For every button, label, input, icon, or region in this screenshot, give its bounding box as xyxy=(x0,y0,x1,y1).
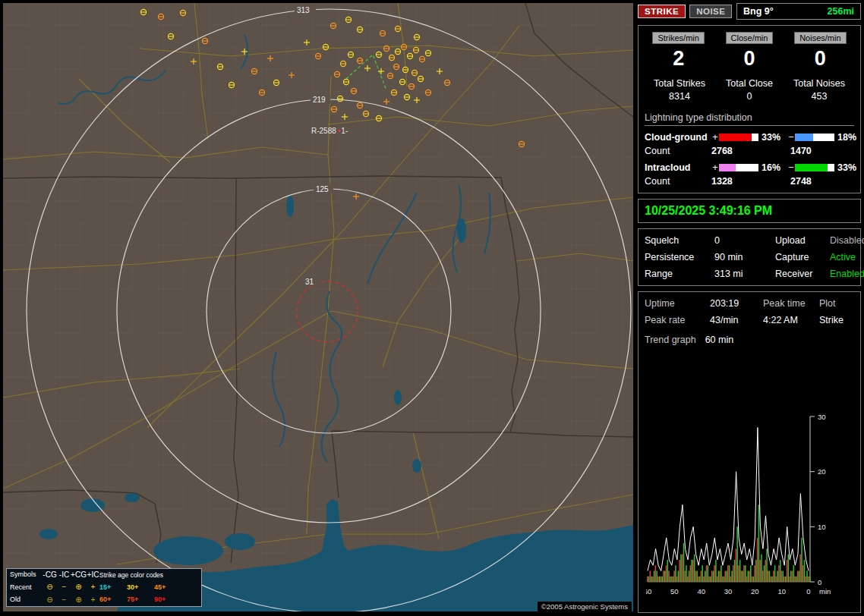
legend-old-label: Old xyxy=(10,595,42,605)
capture-status: Active xyxy=(830,252,864,262)
persistence-value: 90 min xyxy=(714,252,775,262)
total-strikes-value: 8314 xyxy=(645,91,714,102)
minus-sign: − xyxy=(787,132,795,143)
copyright-text: ©2005 Astrogenic Systems xyxy=(538,602,632,611)
age-15: 15+ xyxy=(99,583,127,592)
svg-text:40: 40 xyxy=(697,587,705,596)
persistence-label: Persistence xyxy=(645,252,714,262)
cg-pos-bar xyxy=(719,134,758,141)
age-30: 30+ xyxy=(127,583,154,592)
svg-text:0: 0 xyxy=(806,587,810,596)
total-close-value: 0 xyxy=(714,91,784,102)
minus-sign: − xyxy=(787,162,795,173)
peak-rate-label: Peak rate xyxy=(645,315,710,325)
close-per-min-value: 0 xyxy=(715,47,783,71)
trend-window-value: 60 min xyxy=(705,335,734,345)
cg-pos-pct: 33% xyxy=(758,132,787,143)
svg-text:10: 10 xyxy=(777,587,786,596)
noise-mode-button[interactable]: NOISE xyxy=(689,5,732,18)
svg-text:min: min xyxy=(819,587,831,596)
uptime-label: Uptime xyxy=(645,298,710,309)
svg-text:10: 10 xyxy=(818,523,826,531)
ic-pos-pct: 16% xyxy=(758,162,787,173)
intracloud-count-row: Count 1328 2748 xyxy=(645,176,854,187)
squelch-value: 0 xyxy=(714,235,775,246)
peak-time-value: 4:22 AM xyxy=(763,315,819,325)
noises-per-min-value: 0 xyxy=(787,47,854,71)
age-90: 90+ xyxy=(154,595,181,605)
bearing-range-display[interactable]: Bng 9° 256mi xyxy=(736,3,861,20)
map-legend: Symbols -CG -IC +CG +IC Strike age color… xyxy=(6,568,202,608)
legend-col-neg-cg: -CG xyxy=(42,570,58,581)
range-label: Range xyxy=(645,269,714,279)
ic-pos-count: 1328 xyxy=(711,176,790,187)
cloud-ground-row: Cloud-ground + 33% − 18% xyxy=(645,132,854,143)
svg-text:30: 30 xyxy=(818,413,826,421)
legend-col-pos-cg: +CG xyxy=(71,570,87,581)
lightning-map[interactable]: 313 219 125 31 R-2588•1- Symbols -CG -IC… xyxy=(3,3,633,611)
pos-ic-icon: + xyxy=(87,582,99,593)
legend-recent-row: Recent ⊖ − ⊕ + 15+ 30+ 45+ xyxy=(7,581,201,594)
cloud-ground-label: Cloud-ground xyxy=(645,132,711,143)
svg-text:60: 60 xyxy=(646,587,651,596)
legend-header-row: Symbols -CG -IC +CG +IC Strike age color… xyxy=(7,569,201,582)
rate-values-row: 2 0 0 xyxy=(645,44,854,71)
ring-label-31: 31 xyxy=(305,278,314,286)
plot-value: Strike xyxy=(819,315,854,325)
pos-cg-old-icon: ⊕ xyxy=(71,595,87,606)
ring-label-313: 313 xyxy=(297,6,310,14)
range-value: 256mi xyxy=(828,6,854,17)
total-close-label: Total Close xyxy=(714,78,784,89)
noises-per-min-button[interactable]: Noises/min xyxy=(794,32,846,44)
intracloud-label: Intracloud xyxy=(645,162,711,173)
uptime-value: 203:19 xyxy=(710,298,763,309)
bearing-value: Bng 9° xyxy=(743,6,774,17)
legend-old-row: Old ⊖ − ⊕ + 60+ 75+ 90+ xyxy=(7,594,201,607)
neg-ic-old-icon: − xyxy=(58,595,71,606)
legend-col-neg-ic: -IC xyxy=(58,570,71,581)
top-toolbar: STRIKE NOISE Bng 9° 256mi xyxy=(638,3,861,20)
plus-sign: + xyxy=(711,132,719,143)
intracloud-row: Intracloud + 16% − 33% xyxy=(645,162,854,173)
storm-cell-label: R-2588•1- xyxy=(311,127,348,135)
svg-text:50: 50 xyxy=(670,587,679,596)
svg-text:20: 20 xyxy=(818,467,826,476)
distribution-title: Lightning type distribution xyxy=(645,112,854,126)
cg-count-label: Count xyxy=(645,146,711,156)
ic-neg-bar xyxy=(795,164,834,171)
strike-mode-button[interactable]: STRIKE xyxy=(638,5,686,18)
plot-label: Plot xyxy=(819,298,854,309)
upload-label: Upload xyxy=(775,235,830,246)
ring-label-125: 125 xyxy=(316,185,329,193)
close-per-min-button[interactable]: Close/min xyxy=(726,32,774,44)
settings-box: Squelch 0 Upload Disabled Persistence 90… xyxy=(638,228,861,286)
legend-symbols-header: Symbols xyxy=(10,570,42,580)
capture-label: Capture xyxy=(775,252,830,262)
svg-text:20: 20 xyxy=(751,587,759,596)
legend-age-header: Strike age color codes xyxy=(99,570,181,580)
cg-neg-pct: 18% xyxy=(834,132,859,143)
ring-label-219: 219 xyxy=(313,96,326,104)
trend-graph-label: Trend graph xyxy=(645,335,696,345)
status-panel: STRIKE NOISE Bng 9° 256mi Strikes/min Cl… xyxy=(638,3,861,613)
strikes-per-min-button[interactable]: Strikes/min xyxy=(652,32,704,44)
ic-count-label: Count xyxy=(645,176,711,187)
plus-sign: + xyxy=(711,162,719,173)
trend-graph: 01020306050403020100min xyxy=(646,412,854,606)
trend-header: Trend graph 60 min xyxy=(645,335,854,345)
totals-row: Total Strikes Total Close Total Noises 8… xyxy=(645,78,854,102)
stats-grid: Uptime 203:19 Peak time Plot Peak rate 4… xyxy=(645,298,854,325)
neg-ic-icon: − xyxy=(58,582,71,593)
cg-pos-count: 2768 xyxy=(711,146,790,156)
age-45: 45+ xyxy=(154,583,181,592)
squelch-label: Squelch xyxy=(645,235,714,246)
cloud-ground-count-row: Count 2768 1470 xyxy=(645,146,854,156)
age-60: 60+ xyxy=(99,595,127,605)
receiver-status: Enabled xyxy=(830,269,864,279)
total-noises-value: 453 xyxy=(784,91,854,102)
trend-box: Uptime 203:19 Peak time Plot Peak rate 4… xyxy=(638,291,861,613)
ic-pos-bar xyxy=(719,164,758,171)
neg-cg-old-icon: ⊖ xyxy=(42,595,58,606)
age-75: 75+ xyxy=(127,595,154,605)
total-strikes-label: Total Strikes xyxy=(645,78,714,89)
